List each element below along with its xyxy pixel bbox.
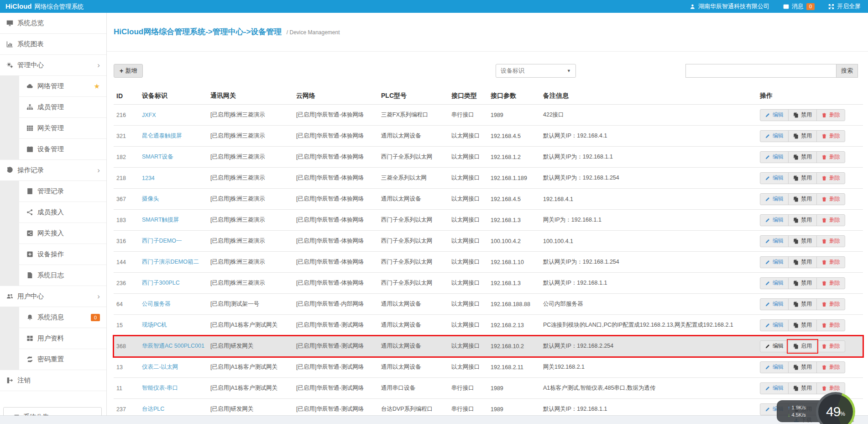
plus-square-icon xyxy=(26,251,33,258)
disable-button[interactable]: 禁用 xyxy=(788,214,817,226)
sidebar-item-系统日志[interactable]: 系统日志 xyxy=(0,265,106,286)
disable-button[interactable]: 禁用 xyxy=(788,130,817,142)
delete-button[interactable]: 删除 xyxy=(816,214,845,226)
cell-device-name: JXFX xyxy=(139,105,208,126)
edit-button[interactable]: 编辑 xyxy=(760,319,789,331)
disable-button[interactable]: 禁用 xyxy=(788,298,817,310)
delete-button[interactable]: 删除 xyxy=(816,235,845,247)
edit-button[interactable]: 编辑 xyxy=(760,235,789,247)
sidebar-item-操作记录[interactable]: 操作记录› xyxy=(0,160,106,181)
sidebar-item-设备操作[interactable]: 设备操作 xyxy=(0,244,106,265)
delete-button[interactable]: 删除 xyxy=(816,256,845,268)
device-name-link[interactable]: 华辰智通AC 500PLC001 xyxy=(142,343,204,349)
app-brand: HiCloud 网络综合管理系统 xyxy=(0,2,84,11)
device-name-link[interactable]: 昆仑通泰触摸屏 xyxy=(142,132,182,139)
delete-button[interactable]: 删除 xyxy=(816,172,845,184)
sidebar-item-label: 网关接入 xyxy=(37,229,64,238)
sidebar-item-网关管理[interactable]: 网关管理 xyxy=(0,118,106,139)
cell-note: A1栋客户测试,智能仪表,485串口,数据为透传 xyxy=(540,378,757,399)
device-name-link[interactable]: 摄像头 xyxy=(142,196,159,202)
edit-button[interactable]: 编辑 xyxy=(760,151,789,163)
fullscreen-button[interactable]: 开启全屏 xyxy=(828,2,861,11)
messages-menu[interactable]: 消息 0 xyxy=(783,2,815,11)
device-name-link[interactable]: 西门子300PLC xyxy=(142,280,180,286)
pencil-icon xyxy=(765,365,770,370)
device-name-link[interactable]: SMART触摸屏 xyxy=(142,217,179,223)
device-name-link[interactable]: 仪表二-以太网 xyxy=(142,364,178,370)
device-name-link[interactable]: SMART设备 xyxy=(142,154,173,160)
cell-device-name: 西门子演示DEMO箱二 xyxy=(139,252,208,273)
device-name-link[interactable]: 西门子DEMO一 xyxy=(142,238,182,244)
enable-button[interactable]: 启用 xyxy=(788,340,817,352)
delete-button[interactable]: 删除 xyxy=(816,298,845,310)
device-name-link[interactable]: 现场PC机 xyxy=(142,322,167,328)
sidebar-item-密码重置[interactable]: 密码重置 xyxy=(0,349,106,370)
sidebar-item-系统图表[interactable]: 系统图表 xyxy=(0,34,106,55)
sidebar-item-注销[interactable]: 注销 xyxy=(0,370,106,391)
sidebar-item-成员接入[interactable]: 成员接入 xyxy=(0,202,106,223)
device-row-15: 15现场PC机[已启用]A1栋客户测试网关[已启用]华辰智通-测试网络通用以太网… xyxy=(114,315,863,336)
disable-button[interactable]: 禁用 xyxy=(788,172,817,184)
delete-button[interactable]: 删除 xyxy=(816,109,845,121)
delete-button[interactable]: 删除 xyxy=(816,193,845,205)
sidebar-item-管理中心[interactable]: 管理中心› xyxy=(0,55,106,76)
trash-icon xyxy=(821,281,827,286)
cell-actions: 编辑禁用删除 xyxy=(757,231,863,252)
cell-plc-model: 西门子全系列以太网 xyxy=(378,147,449,168)
edit-button[interactable]: 编辑 xyxy=(760,193,789,205)
delete-button[interactable]: 删除 xyxy=(816,151,845,163)
search-field-selected: 设备标识 xyxy=(501,67,524,75)
delete-button[interactable]: 删除 xyxy=(816,130,845,142)
sidebar-item-用户资料[interactable]: 用户资料 xyxy=(0,328,106,349)
search-field-dropdown[interactable]: 设备标识 ▼ xyxy=(496,64,576,78)
cell-interface-type: 以太网接口 xyxy=(449,273,488,294)
disable-button[interactable]: 禁用 xyxy=(788,319,817,331)
add-device-button[interactable]: + 新增 xyxy=(114,64,143,78)
sidebar-item-系统消息[interactable]: 系统消息0 xyxy=(0,307,106,328)
sidebar-item-用户中心[interactable]: 用户中心› xyxy=(0,286,106,307)
device-name-link[interactable]: JXFX xyxy=(142,112,156,118)
refresh-icon xyxy=(26,356,33,363)
search-input[interactable] xyxy=(685,64,836,78)
edit-button[interactable]: 编辑 xyxy=(760,214,789,226)
cell-plc-model: 通用以太网设备 xyxy=(378,357,449,378)
cell-id: 13 xyxy=(114,357,139,378)
disable-button[interactable]: 禁用 xyxy=(788,151,817,163)
delete-button[interactable]: 删除 xyxy=(816,319,845,331)
sidebar-item-网关接入[interactable]: 网关接入 xyxy=(0,223,106,244)
company-menu[interactable]: 湖南华辰智通科技有限公司 xyxy=(690,2,769,11)
disable-button[interactable]: 禁用 xyxy=(788,382,817,394)
disable-button[interactable]: 禁用 xyxy=(788,256,817,268)
device-name-link[interactable]: 公司服务器 xyxy=(142,301,171,307)
delete-button[interactable]: 删除 xyxy=(816,277,845,289)
cell-interface-type: 以太网接口 xyxy=(449,126,488,147)
sidebar-item-系统总览[interactable]: 系统总览 xyxy=(0,13,106,34)
disable-button[interactable]: 禁用 xyxy=(788,235,817,247)
device-name-link[interactable]: 台达PLC xyxy=(142,406,164,412)
device-name-link[interactable]: 智能仪表-串口 xyxy=(142,385,178,391)
edit-button[interactable]: 编辑 xyxy=(760,361,789,373)
edit-button[interactable]: 编辑 xyxy=(760,382,789,394)
sidebar-item-成员管理[interactable]: 成员管理 xyxy=(0,97,106,118)
sidebar-item-网络管理[interactable]: 网络管理★ xyxy=(0,76,106,97)
edit-button[interactable]: 编辑 xyxy=(760,340,789,352)
delete-button[interactable]: 删除 xyxy=(816,361,845,373)
disable-button[interactable]: 禁用 xyxy=(788,277,817,289)
delete-button[interactable]: 删除 xyxy=(816,340,845,352)
edit-button[interactable]: 编辑 xyxy=(760,109,789,121)
disable-button[interactable]: 禁用 xyxy=(788,193,817,205)
device-row-321: 321昆仑通泰触摸屏[已启用]株洲三菱演示[已启用]华辰智通-体验网络通用以太网… xyxy=(114,126,863,147)
cloud-icon xyxy=(26,83,33,90)
edit-button[interactable]: 编辑 xyxy=(760,298,789,310)
edit-button[interactable]: 编辑 xyxy=(760,172,789,184)
search-button[interactable]: 搜索 xyxy=(836,64,858,78)
device-name-link[interactable]: 1234 xyxy=(142,175,155,181)
edit-button[interactable]: 编辑 xyxy=(760,277,789,289)
device-name-link[interactable]: 西门子演示DEMO箱二 xyxy=(142,259,199,265)
sidebar-item-设备管理[interactable]: 设备管理 xyxy=(0,139,106,160)
edit-button[interactable]: 编辑 xyxy=(760,256,789,268)
disable-button[interactable]: 禁用 xyxy=(788,109,817,121)
disable-button[interactable]: 禁用 xyxy=(788,361,817,373)
sidebar-item-管理记录[interactable]: 管理记录 xyxy=(0,181,106,202)
edit-button[interactable]: 编辑 xyxy=(760,130,789,142)
